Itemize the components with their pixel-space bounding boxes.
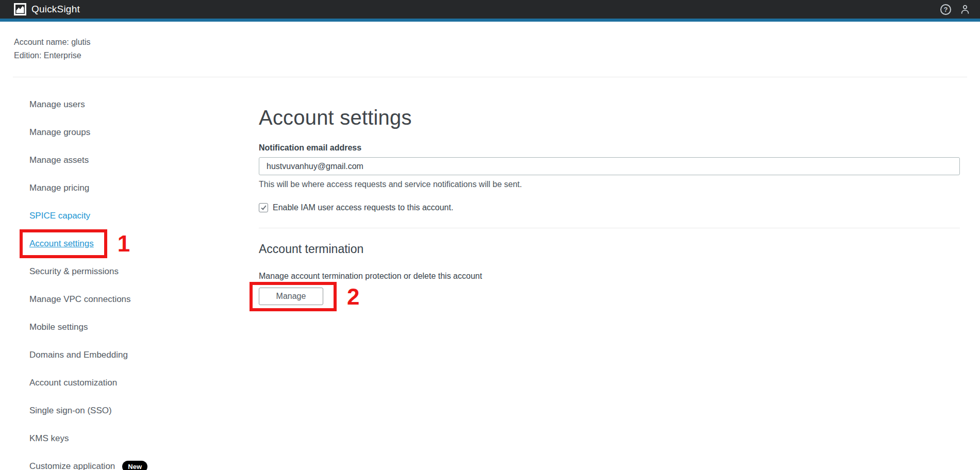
account-name-text: Account name: glutis xyxy=(14,36,980,49)
sidebar-item-spice-capacity[interactable]: SPICE capacity xyxy=(0,202,259,230)
section-divider xyxy=(259,228,960,228)
page-title: Account settings xyxy=(259,106,960,129)
checkmark-icon xyxy=(261,205,266,210)
main-content: Account settings Notification email addr… xyxy=(259,77,980,311)
sidebar-item-manage-assets[interactable]: Manage assets xyxy=(0,146,259,174)
sidebar-item-account-customization[interactable]: Account customization xyxy=(0,369,259,397)
sidebar-item-manage-users[interactable]: Manage users xyxy=(0,91,259,119)
account-termination-title: Account termination xyxy=(259,242,960,256)
account-termination-description: Manage account termination protection or… xyxy=(259,272,960,281)
user-icon[interactable] xyxy=(959,4,971,15)
termination-button-row: Manage 2 xyxy=(259,282,960,311)
iam-access-checkbox-label: Enable IAM user access requests to this … xyxy=(273,203,453,212)
top-bar: QuickSight ? xyxy=(0,0,980,19)
sidebar-item-manage-vpc-connections[interactable]: Manage VPC connections xyxy=(0,286,259,313)
sidebar-item-account-settings: Account settings 1 xyxy=(0,230,259,258)
manage-button[interactable]: Manage xyxy=(259,288,323,305)
iam-access-checkbox[interactable] xyxy=(259,203,268,212)
annotation-step-2: 2 xyxy=(347,286,359,308)
annotation-step-1: 1 xyxy=(118,232,130,255)
admin-sidebar: Manage users Manage groups Manage assets… xyxy=(0,77,259,470)
notification-email-helper: This will be where access requests and s… xyxy=(259,180,960,189)
brand-title: QuickSight xyxy=(31,4,80,15)
notification-email-input[interactable] xyxy=(259,157,960,175)
top-bar-actions: ? xyxy=(940,4,971,15)
annotation-box-2: Manage xyxy=(250,282,337,311)
new-badge: New xyxy=(122,461,147,470)
quicksight-logo-icon xyxy=(14,3,26,15)
sidebar-item-mobile-settings[interactable]: Mobile settings xyxy=(0,313,259,341)
help-icon[interactable]: ? xyxy=(940,4,951,15)
sidebar-item-manage-pricing[interactable]: Manage pricing xyxy=(0,174,259,202)
sidebar-item-domains-embedding[interactable]: Domains and Embedding xyxy=(0,341,259,369)
account-info: Account name: glutis Edition: Enterprise xyxy=(0,22,980,62)
sidebar-item-label: Customize application xyxy=(29,461,115,470)
page-layout: Manage users Manage groups Manage assets… xyxy=(0,77,980,470)
sidebar-item-kms-keys[interactable]: KMS keys xyxy=(0,425,259,452)
sidebar-item-security-permissions[interactable]: Security & permissions xyxy=(0,258,259,286)
sidebar-item-account-settings-link[interactable]: Account settings xyxy=(29,239,94,249)
annotation-box-1: Account settings xyxy=(20,229,107,258)
sidebar-item-manage-groups[interactable]: Manage groups xyxy=(0,119,259,146)
notification-email-label: Notification email address xyxy=(259,143,960,153)
sidebar-item-single-sign-on[interactable]: Single sign-on (SSO) xyxy=(0,397,259,425)
edition-text: Edition: Enterprise xyxy=(14,49,980,62)
iam-access-row: Enable IAM user access requests to this … xyxy=(259,203,960,212)
sidebar-item-customize-application[interactable]: Customize application New xyxy=(0,452,259,470)
